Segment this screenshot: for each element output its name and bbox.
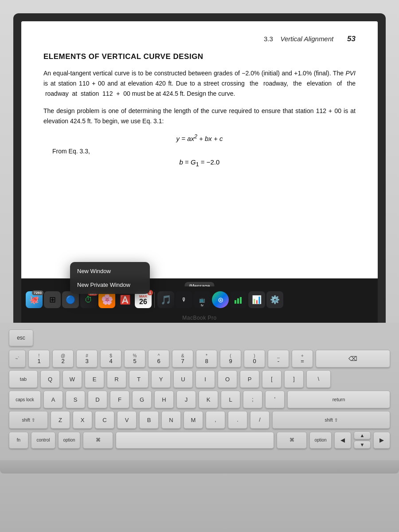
qwerty-row: tab Q W E R T Y U I O P [ ] \	[9, 370, 390, 388]
key-h[interactable]: H	[154, 391, 174, 408]
shift-left-key[interactable]: shift ⇧	[9, 411, 48, 429]
key-v[interactable]: V	[117, 411, 137, 429]
stocks-icon[interactable]	[230, 291, 247, 308]
key-lbracket[interactable]: [	[262, 370, 282, 388]
shift-right-key[interactable]: shift ⇧	[272, 411, 390, 429]
system-prefs-icon[interactable]: ⚙️	[266, 291, 283, 308]
podcast-icon[interactable]: 🎙	[176, 291, 192, 308]
key-7[interactable]: &7	[172, 350, 193, 368]
key-s[interactable]: S	[66, 391, 85, 408]
return-key[interactable]: return	[287, 391, 390, 408]
key-backslash[interactable]: \	[306, 370, 331, 388]
zxcv-row: shift ⇧ Z X C V B N M , . / shift ⇧	[9, 411, 390, 429]
from-equation-label: From Eq. 3.3,	[43, 148, 356, 155]
key-period[interactable]: .	[228, 411, 247, 429]
svg-rect-2	[240, 297, 242, 304]
key-c[interactable]: C	[95, 411, 114, 429]
key-f[interactable]: F	[110, 391, 129, 408]
option-right-key[interactable]: option	[309, 432, 332, 449]
key-a[interactable]: A	[43, 391, 63, 408]
arrow-up-key[interactable]: ▲	[354, 431, 371, 439]
screen-bezel: 3.3 Vertical Alignment 53 ELEMENTS OF VE…	[13, 13, 386, 323]
laptop-shell: 3.3 Vertical Alignment 53 ELEMENTS OF VE…	[0, 0, 399, 532]
key-equals[interactable]: +=	[292, 350, 313, 368]
function-key-row: esc	[9, 329, 390, 346]
key-minus[interactable]: _-	[268, 350, 289, 368]
key-comma[interactable]: ,	[206, 411, 225, 429]
fn-key[interactable]: fn	[9, 432, 28, 449]
backspace-key[interactable]: ⌫	[316, 350, 390, 368]
option-key[interactable]: option	[58, 432, 80, 449]
key-l[interactable]: L	[221, 391, 240, 408]
screen-content: 3.3 Vertical Alignment 53 ELEMENTS OF VE…	[21, 21, 378, 323]
key-j[interactable]: J	[176, 391, 196, 408]
section-title: Vertical Alignment	[280, 35, 333, 43]
key-w[interactable]: W	[63, 370, 82, 388]
page-number: 53	[347, 35, 356, 43]
new-window-menu-item[interactable]: New Window	[70, 264, 150, 278]
key-z[interactable]: Z	[51, 411, 70, 429]
arrow-right-key[interactable]: ▶	[373, 432, 390, 449]
command-right-key[interactable]: ⌘	[277, 432, 307, 449]
command-left-key[interactable]: ⌘	[83, 432, 113, 449]
notification-icon[interactable]: 📊	[248, 291, 265, 308]
key-3[interactable]: #3	[76, 350, 98, 368]
capslock-key[interactable]: caps lock	[9, 391, 41, 408]
key-1[interactable]: !1	[28, 350, 50, 368]
tab-key[interactable]: tab	[9, 370, 38, 388]
key-p[interactable]: P	[240, 370, 259, 388]
key-5[interactable]: %5	[124, 350, 145, 368]
key-o[interactable]: O	[218, 370, 237, 388]
key-t[interactable]: T	[129, 370, 149, 388]
arrow-up-down-group: ▲ ▼	[354, 431, 371, 449]
key-r[interactable]: R	[107, 370, 126, 388]
asdf-row: caps lock A S D F G H J K L ; ' return	[9, 391, 390, 408]
context-menu[interactable]: New Window New Private Window	[70, 262, 150, 294]
space-key[interactable]	[116, 432, 274, 449]
key-semicolon[interactable]: ;	[243, 391, 262, 408]
key-q[interactable]: Q	[40, 370, 60, 388]
paragraph-2: The design problem is one of determining…	[43, 106, 356, 126]
key-u[interactable]: U	[173, 370, 193, 388]
key-k[interactable]: K	[199, 391, 218, 408]
appletv-icon[interactable]: 📺 tv	[194, 291, 211, 308]
section-number: 3.3	[264, 35, 273, 43]
number-row: ~ ` !1 @2 #3 $4 %5 ^6 &7 *8 (9 )0 _- += …	[9, 350, 390, 368]
key-2[interactable]: @2	[52, 350, 74, 368]
key-m[interactable]: M	[184, 411, 203, 429]
macbook-label: MacBook Pro	[21, 313, 378, 323]
arrow-down-key[interactable]: ▼	[354, 441, 371, 449]
key-rbracket[interactable]: ]	[284, 370, 304, 388]
dock-separator	[154, 292, 155, 308]
key-4[interactable]: $4	[100, 350, 121, 368]
music-icon[interactable]: 🎵	[157, 291, 174, 308]
key-slash[interactable]: /	[250, 411, 270, 429]
key-i[interactable]: I	[196, 370, 215, 388]
key-e[interactable]: E	[85, 370, 104, 388]
key-6[interactable]: ^6	[148, 350, 169, 368]
tilde-key[interactable]: ~ `	[9, 350, 26, 368]
key-0[interactable]: )0	[244, 350, 265, 368]
key-8[interactable]: *8	[196, 350, 217, 368]
key-n[interactable]: N	[161, 411, 181, 429]
modifier-row: fn control option ⌘ ⌘ option ◀ ▲ ▼ ▶	[9, 431, 390, 449]
page-header: 3.3 Vertical Alignment 53	[43, 35, 356, 43]
paragraph-1: An equal-tangent vertical curve is to be…	[43, 68, 356, 99]
svg-rect-1	[237, 298, 239, 304]
key-b[interactable]: B	[139, 411, 159, 429]
key-quote[interactable]: '	[265, 391, 285, 408]
siri-icon[interactable]: ⊛	[212, 291, 229, 308]
arrow-left-key[interactable]: ◀	[334, 432, 351, 449]
key-9[interactable]: (9	[220, 350, 241, 368]
key-y[interactable]: Y	[151, 370, 171, 388]
key-x[interactable]: X	[73, 411, 92, 429]
document-title: ELEMENTS OF VERTICAL CURVE DESIGN	[43, 52, 356, 61]
launchpad-icon[interactable]: ⊞	[44, 291, 61, 308]
finder-icon[interactable]: 🐙 7293	[26, 291, 43, 308]
key-d[interactable]: D	[88, 391, 107, 408]
svg-rect-0	[235, 300, 236, 304]
new-private-window-menu-item[interactable]: New Private Window	[70, 278, 150, 292]
esc-key[interactable]: esc	[9, 329, 33, 346]
control-key[interactable]: control	[31, 432, 55, 449]
key-g[interactable]: G	[132, 391, 152, 408]
